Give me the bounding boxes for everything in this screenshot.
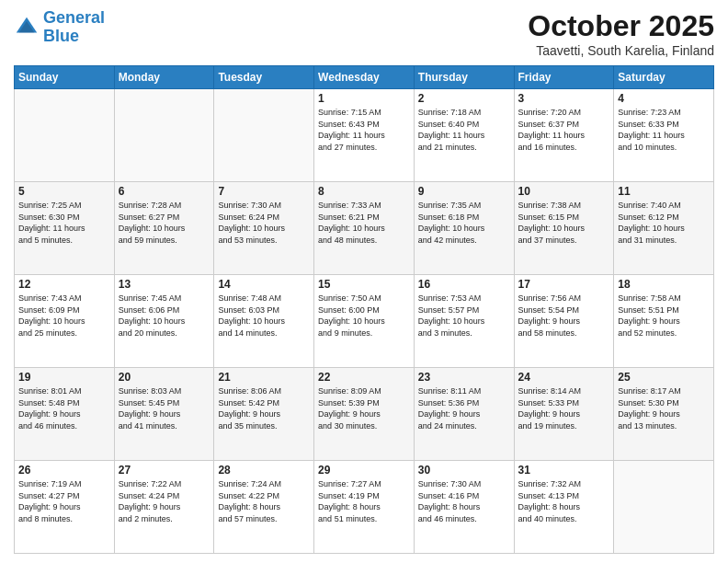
day-info: Sunrise: 7:38 AM Sunset: 6:15 PM Dayligh… [518,200,610,246]
calendar-cell: 2Sunrise: 7:18 AM Sunset: 6:40 PM Daylig… [414,89,514,182]
day-number: 24 [518,371,610,384]
day-info: Sunrise: 7:18 AM Sunset: 6:40 PM Dayligh… [418,107,510,153]
day-number: 13 [119,278,210,291]
day-number: 8 [318,185,410,198]
week-row-1: 5Sunrise: 7:25 AM Sunset: 6:30 PM Daylig… [15,182,714,275]
day-number: 15 [318,278,410,291]
month-title: October 2025 [528,9,714,43]
day-info: Sunrise: 7:48 AM Sunset: 6:03 PM Dayligh… [218,293,310,339]
day-info: Sunrise: 7:35 AM Sunset: 6:18 PM Dayligh… [418,200,510,246]
day-number: 25 [618,371,710,384]
week-row-3: 19Sunrise: 8:01 AM Sunset: 5:48 PM Dayli… [15,368,714,461]
calendar-cell: 10Sunrise: 7:38 AM Sunset: 6:15 PM Dayli… [514,182,614,275]
day-number: 29 [318,464,410,477]
day-info: Sunrise: 7:53 AM Sunset: 5:57 PM Dayligh… [418,293,510,339]
calendar-cell: 21Sunrise: 8:06 AM Sunset: 5:42 PM Dayli… [214,368,314,461]
day-number: 6 [119,185,210,198]
day-info: Sunrise: 7:27 AM Sunset: 4:19 PM Dayligh… [318,478,410,524]
calendar-cell: 30Sunrise: 7:30 AM Sunset: 4:16 PM Dayli… [414,461,514,554]
day-number: 11 [618,185,710,198]
day-number: 14 [218,278,310,291]
day-info: Sunrise: 7:33 AM Sunset: 6:21 PM Dayligh… [318,200,410,246]
day-info: Sunrise: 7:25 AM Sunset: 6:30 PM Dayligh… [18,200,110,246]
day-info: Sunrise: 7:43 AM Sunset: 6:09 PM Dayligh… [18,293,110,339]
calendar-cell: 1Sunrise: 7:15 AM Sunset: 6:43 PM Daylig… [314,89,415,182]
day-header-saturday: Saturday [614,66,714,89]
calendar-cell: 9Sunrise: 7:35 AM Sunset: 6:18 PM Daylig… [414,182,514,275]
location: Taavetti, South Karelia, Finland [528,43,714,58]
day-number: 5 [18,185,110,198]
day-info: Sunrise: 7:56 AM Sunset: 5:54 PM Dayligh… [518,293,610,339]
calendar-cell: 12Sunrise: 7:43 AM Sunset: 6:09 PM Dayli… [15,275,115,368]
calendar-cell: 3Sunrise: 7:20 AM Sunset: 6:37 PM Daylig… [514,89,614,182]
day-info: Sunrise: 7:24 AM Sunset: 4:22 PM Dayligh… [218,478,310,524]
calendar-cell: 31Sunrise: 7:32 AM Sunset: 4:13 PM Dayli… [514,461,614,554]
calendar-cell: 14Sunrise: 7:48 AM Sunset: 6:03 PM Dayli… [214,275,314,368]
logo: General Blue [14,9,105,46]
day-number: 31 [518,464,610,477]
calendar-cell: 29Sunrise: 7:27 AM Sunset: 4:19 PM Dayli… [314,461,415,554]
header-row: SundayMondayTuesdayWednesdayThursdayFrid… [15,66,714,89]
day-header-wednesday: Wednesday [314,66,415,89]
calendar-cell: 6Sunrise: 7:28 AM Sunset: 6:27 PM Daylig… [114,182,214,275]
day-info: Sunrise: 7:45 AM Sunset: 6:06 PM Dayligh… [119,293,210,339]
day-header-friday: Friday [514,66,614,89]
day-number: 1 [318,92,410,105]
day-info: Sunrise: 7:22 AM Sunset: 4:24 PM Dayligh… [119,478,210,524]
day-number: 27 [119,464,210,477]
day-info: Sunrise: 7:15 AM Sunset: 6:43 PM Dayligh… [318,107,410,153]
calendar-cell [614,461,714,554]
day-info: Sunrise: 8:06 AM Sunset: 5:42 PM Dayligh… [218,385,310,431]
calendar-cell: 22Sunrise: 8:09 AM Sunset: 5:39 PM Dayli… [314,368,415,461]
day-header-thursday: Thursday [414,66,514,89]
day-header-monday: Monday [114,66,214,89]
day-number: 4 [618,92,710,105]
day-info: Sunrise: 7:23 AM Sunset: 6:33 PM Dayligh… [618,107,710,153]
day-number: 30 [418,464,510,477]
day-info: Sunrise: 7:28 AM Sunset: 6:27 PM Dayligh… [119,200,210,246]
calendar-cell: 13Sunrise: 7:45 AM Sunset: 6:06 PM Dayli… [114,275,214,368]
week-row-0: 1Sunrise: 7:15 AM Sunset: 6:43 PM Daylig… [15,89,714,182]
day-number: 22 [318,371,410,384]
day-number: 20 [119,371,210,384]
day-info: Sunrise: 8:01 AM Sunset: 5:48 PM Dayligh… [18,385,110,431]
header: General Blue October 2025 Taavetti, Sout… [14,9,714,58]
day-info: Sunrise: 8:03 AM Sunset: 5:45 PM Dayligh… [119,385,210,431]
day-info: Sunrise: 8:17 AM Sunset: 5:30 PM Dayligh… [618,385,710,431]
calendar-cell: 15Sunrise: 7:50 AM Sunset: 6:00 PM Dayli… [314,275,415,368]
calendar-cell: 26Sunrise: 7:19 AM Sunset: 4:27 PM Dayli… [15,461,115,554]
logo-line2: Blue [43,27,79,45]
calendar-cell: 4Sunrise: 7:23 AM Sunset: 6:33 PM Daylig… [614,89,714,182]
day-info: Sunrise: 7:19 AM Sunset: 4:27 PM Dayligh… [18,478,110,524]
day-number: 9 [418,185,510,198]
page: General Blue October 2025 Taavetti, Sout… [0,0,728,563]
calendar-table: SundayMondayTuesdayWednesdayThursdayFrid… [14,65,714,554]
calendar-cell: 20Sunrise: 8:03 AM Sunset: 5:45 PM Dayli… [114,368,214,461]
calendar-cell: 25Sunrise: 8:17 AM Sunset: 5:30 PM Dayli… [614,368,714,461]
day-number: 26 [18,464,110,477]
calendar-cell: 27Sunrise: 7:22 AM Sunset: 4:24 PM Dayli… [114,461,214,554]
week-row-2: 12Sunrise: 7:43 AM Sunset: 6:09 PM Dayli… [15,275,714,368]
day-info: Sunrise: 7:50 AM Sunset: 6:00 PM Dayligh… [318,293,410,339]
day-header-sunday: Sunday [15,66,115,89]
calendar-cell: 18Sunrise: 7:58 AM Sunset: 5:51 PM Dayli… [614,275,714,368]
calendar-cell: 19Sunrise: 8:01 AM Sunset: 5:48 PM Dayli… [15,368,115,461]
calendar-cell: 28Sunrise: 7:24 AM Sunset: 4:22 PM Dayli… [214,461,314,554]
day-number: 10 [518,185,610,198]
calendar-cell: 17Sunrise: 7:56 AM Sunset: 5:54 PM Dayli… [514,275,614,368]
calendar-cell: 23Sunrise: 8:11 AM Sunset: 5:36 PM Dayli… [414,368,514,461]
day-info: Sunrise: 7:58 AM Sunset: 5:51 PM Dayligh… [618,293,710,339]
day-number: 7 [218,185,310,198]
calendar-cell: 7Sunrise: 7:30 AM Sunset: 6:24 PM Daylig… [214,182,314,275]
logo-text: General Blue [43,9,105,46]
day-header-tuesday: Tuesday [214,66,314,89]
day-info: Sunrise: 7:30 AM Sunset: 6:24 PM Dayligh… [218,200,310,246]
calendar-cell: 8Sunrise: 7:33 AM Sunset: 6:21 PM Daylig… [314,182,415,275]
day-info: Sunrise: 7:32 AM Sunset: 4:13 PM Dayligh… [518,478,610,524]
day-number: 28 [218,464,310,477]
calendar-cell: 16Sunrise: 7:53 AM Sunset: 5:57 PM Dayli… [414,275,514,368]
title-block: October 2025 Taavetti, South Karelia, Fi… [528,9,714,58]
calendar-cell: 5Sunrise: 7:25 AM Sunset: 6:30 PM Daylig… [15,182,115,275]
day-info: Sunrise: 7:30 AM Sunset: 4:16 PM Dayligh… [418,478,510,524]
day-number: 21 [218,371,310,384]
